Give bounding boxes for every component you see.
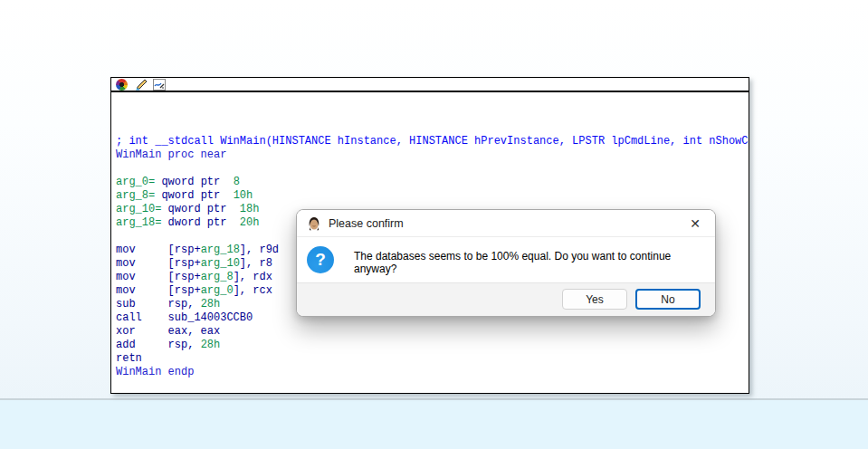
dialog-body: ? The databases seems to be 100% equal. … — [297, 237, 715, 284]
ida-toolbar — [111, 78, 749, 92]
yes-button[interactable]: Yes — [562, 289, 627, 310]
code-line: add rsp, 28h — [116, 339, 749, 352]
code-line: WinMain endp — [116, 366, 749, 379]
confirm-dialog: Please confirm ✕ ? The databases seems t… — [296, 209, 716, 317]
code-line — [116, 162, 749, 176]
dialog-footer: Yes No — [297, 282, 715, 316]
code-line: retn — [116, 352, 749, 366]
background-strip — [0, 400, 868, 449]
edit-pencil-icon[interactable] — [134, 79, 147, 91]
script-chart-icon[interactable] — [153, 79, 166, 91]
code-line: arg_8= qword ptr 10h — [116, 189, 749, 203]
color-wheel-icon[interactable] — [115, 79, 128, 91]
no-button[interactable]: No — [635, 289, 701, 310]
code-line: ; int __stdcall WinMain(HINSTANCE hInsta… — [116, 135, 749, 148]
dialog-message: The databases seems to be 100% equal. Do… — [354, 250, 715, 275]
dialog-titlebar[interactable]: Please confirm ✕ — [297, 210, 715, 237]
question-icon: ? — [307, 246, 334, 273]
desktop: ; int __stdcall WinMain(HINSTANCE hInsta… — [0, 0, 868, 449]
code-line: WinMain proc near — [116, 148, 749, 162]
dialog-title: Please confirm — [329, 217, 404, 230]
code-line: xor eax, eax — [116, 325, 749, 339]
ida-logo-icon — [307, 216, 321, 231]
close-icon[interactable]: ✕ — [685, 214, 705, 234]
code-line: arg_0= qword ptr 8 — [116, 176, 749, 189]
